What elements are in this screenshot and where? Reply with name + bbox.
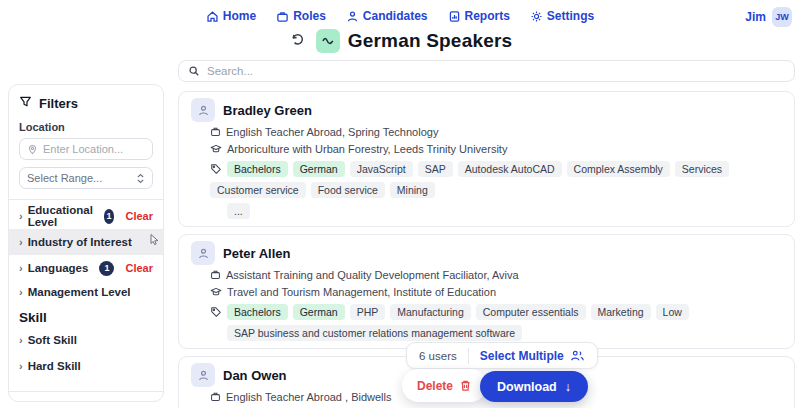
skill-tag[interactable]: SAP business and customer relations mana… bbox=[227, 325, 522, 341]
divider bbox=[468, 348, 469, 364]
search-input[interactable]: Search... bbox=[178, 60, 795, 82]
filter-section-soft-skill[interactable]: › Soft Skill bbox=[19, 327, 153, 353]
funnel-icon bbox=[19, 95, 32, 111]
location-placeholder: Enter Location... bbox=[43, 143, 123, 155]
briefcase-icon bbox=[210, 269, 221, 280]
clear-button[interactable]: Clear bbox=[125, 210, 153, 222]
filter-section-hard-skill[interactable]: › Hard Skill bbox=[19, 353, 153, 379]
page-header: German Speakers bbox=[0, 29, 800, 53]
filter-section-label: Languages bbox=[28, 262, 89, 274]
tag-row: ... bbox=[210, 203, 782, 219]
candidate-education: Travel and Tourism Management, Institute… bbox=[227, 286, 496, 298]
range-placeholder: Select Range... bbox=[27, 172, 102, 184]
nav-item-reports[interactable]: Reports bbox=[448, 9, 510, 23]
chevron-right-icon: › bbox=[19, 360, 23, 372]
graduation-cap-icon bbox=[210, 143, 222, 155]
filter-section-industry-of-interest[interactable]: › Industry of Interest bbox=[9, 229, 163, 255]
divider bbox=[9, 199, 163, 200]
map-pin-icon bbox=[27, 144, 38, 155]
undo-arrow-icon bbox=[290, 32, 305, 51]
skill-tag[interactable]: Complex Assembly bbox=[567, 161, 670, 177]
skill-tag[interactable]: Low bbox=[656, 304, 689, 320]
skill-tag[interactable]: Food service bbox=[311, 182, 385, 198]
skill-tag[interactable]: Customer service bbox=[210, 182, 306, 198]
chevron-right-icon: › bbox=[19, 236, 23, 248]
filter-section-languages[interactable]: › Languages 1 Clear bbox=[19, 256, 153, 280]
candidate-education-line: Arboriculture with Urban Forestry, Leeds… bbox=[210, 141, 782, 156]
avatar[interactable]: JW bbox=[772, 7, 792, 27]
filter-section-label: Management Level bbox=[28, 286, 131, 298]
selection-toolbar: 6 users Select Multiple bbox=[406, 342, 598, 369]
skill-tag[interactable]: Bachelors bbox=[227, 161, 288, 177]
candidate-card[interactable]: Peter Allen Assistant Training and Quali… bbox=[178, 234, 795, 349]
skill-tag[interactable]: Marketing bbox=[591, 304, 651, 320]
candidate-avatar-icon bbox=[191, 98, 215, 122]
chevron-right-icon: › bbox=[19, 334, 23, 346]
location-input[interactable]: Enter Location... bbox=[19, 138, 153, 160]
user-name: Jim bbox=[745, 10, 766, 24]
clear-button[interactable]: Clear bbox=[125, 262, 153, 274]
candidate-tags: BachelorsGermanPHPManufacturingComputer … bbox=[191, 304, 782, 341]
mouse-cursor-icon bbox=[146, 233, 160, 251]
skill-tag[interactable]: Bachelors bbox=[227, 304, 288, 320]
skill-tag[interactable]: Manufacturing bbox=[390, 304, 471, 320]
skill-tag[interactable]: ... bbox=[227, 203, 250, 219]
briefcase-icon bbox=[210, 126, 221, 137]
nav-item-home[interactable]: Home bbox=[206, 9, 256, 23]
candidate-card[interactable]: Bradley Green English Teacher Abroad, Sp… bbox=[178, 91, 795, 227]
person-icon bbox=[346, 10, 359, 23]
filter-section-management-level[interactable]: › Management Level bbox=[19, 280, 153, 304]
skill-tag[interactable]: Mining bbox=[390, 182, 435, 198]
skill-tag[interactable]: German bbox=[293, 304, 345, 320]
nav-item-settings[interactable]: Settings bbox=[530, 9, 594, 23]
skill-tag[interactable]: Services bbox=[675, 161, 729, 177]
candidate-tags: BachelorsGermanJavaScriptSAPAutodesk Aut… bbox=[191, 161, 782, 219]
home-icon bbox=[206, 10, 219, 23]
people-icon bbox=[570, 349, 585, 362]
filters-panel: Filters Location Enter Location... Selec… bbox=[8, 84, 164, 402]
delete-button[interactable]: Delete bbox=[402, 369, 487, 402]
skill-tag[interactable]: German bbox=[293, 161, 345, 177]
top-nav: Home Roles Candidates Reports Settings bbox=[0, 0, 800, 28]
range-select[interactable]: Select Range... bbox=[19, 167, 153, 189]
location-label: Location bbox=[19, 121, 153, 133]
candidate-avatar-icon bbox=[191, 241, 215, 265]
filter-section-label: Educational Level bbox=[28, 204, 99, 228]
candidate-job-line: Assistant Training and Quality Developme… bbox=[210, 267, 782, 282]
candidate-header: Peter Allen bbox=[191, 241, 782, 265]
skill-tag[interactable]: Autodesk AutoCAD bbox=[458, 161, 562, 177]
app-screen: Home Roles Candidates Reports Settings J… bbox=[0, 0, 800, 408]
nav-label: Roles bbox=[293, 9, 326, 23]
candidate-job: Assistant Training and Quality Developme… bbox=[226, 269, 519, 281]
search-placeholder: Search... bbox=[207, 65, 253, 77]
download-label: Download bbox=[497, 380, 557, 394]
filter-count-badge: 1 bbox=[104, 209, 115, 224]
chevron-right-icon: › bbox=[19, 210, 23, 222]
briefcase-icon bbox=[210, 391, 221, 402]
skill-tag[interactable]: PHP bbox=[350, 304, 386, 320]
gear-icon bbox=[530, 10, 543, 23]
undo-back-button[interactable] bbox=[288, 31, 308, 51]
search-icon bbox=[188, 65, 200, 77]
skill-tag[interactable]: Computer essentials bbox=[476, 304, 586, 320]
filter-section-educational-level[interactable]: › Educational Level 1 Clear bbox=[19, 204, 153, 228]
download-button[interactable]: Download ↓ bbox=[480, 371, 588, 402]
skill-tag[interactable]: SAP bbox=[418, 161, 453, 177]
wave-icon bbox=[316, 29, 340, 53]
tag-icon bbox=[210, 306, 222, 318]
nav-item-roles[interactable]: Roles bbox=[276, 9, 326, 23]
candidate-education-line: Travel and Tourism Management, Institute… bbox=[210, 284, 782, 299]
filter-section-label: Hard Skill bbox=[28, 360, 81, 372]
filter-section-label: Industry of Interest bbox=[28, 236, 132, 248]
nav-label: Settings bbox=[547, 9, 594, 23]
report-icon bbox=[448, 10, 461, 23]
user-menu[interactable]: Jim JW bbox=[745, 7, 792, 27]
skill-tag[interactable]: JavaScript bbox=[350, 161, 413, 177]
nav-item-candidates[interactable]: Candidates bbox=[346, 9, 428, 23]
candidate-avatar-icon bbox=[191, 363, 215, 387]
trash-icon bbox=[459, 379, 472, 392]
briefcase-icon bbox=[276, 10, 289, 23]
chevron-right-icon: › bbox=[19, 286, 23, 298]
select-multiple-button[interactable]: Select Multiple bbox=[480, 349, 585, 363]
candidate-education: Arboriculture with Urban Forestry, Leeds… bbox=[227, 143, 507, 155]
